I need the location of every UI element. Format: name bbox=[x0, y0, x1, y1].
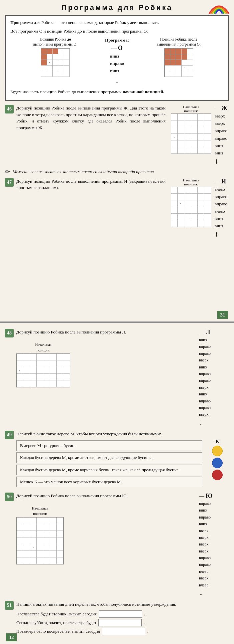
after-label: Позиция Робика послевыполнения программы… bbox=[134, 37, 224, 47]
exercise-46-text: Дорисуй позицию Робика после вы­полнения… bbox=[16, 105, 166, 131]
days-row-1: Послезавтра будет вторник, значит, сегод… bbox=[16, 610, 229, 618]
k-label: К bbox=[216, 439, 219, 444]
bead-red bbox=[212, 470, 223, 480]
demo-row: Позиция Робика довыполнения программы О:… bbox=[10, 37, 224, 86]
exercise-50-section: 50 Дорисуй позицию Робика после выполнен… bbox=[5, 493, 229, 597]
page-1: Программа для Робика Программа для Робик… bbox=[0, 0, 234, 323]
ex47-program: — И влевовправовправовлевовнизвниз ↓ bbox=[215, 178, 227, 239]
days-input-1[interactable] bbox=[99, 610, 142, 618]
ex47-grid bbox=[171, 187, 211, 227]
exercise-51-row: 51 Напиши в окнах названия дней недели т… bbox=[5, 601, 229, 636]
days-row-3: Позавчера было воскресенье, значит, сего… bbox=[16, 628, 229, 635]
arrow-down: ↓ bbox=[115, 76, 119, 86]
ex48-grid bbox=[16, 353, 70, 387]
page-number-31: 31 bbox=[217, 311, 228, 319]
statement-4: Мешок К — это мешок всех корневых бусин … bbox=[16, 477, 202, 487]
note-46-text: Можешь воспользоваться запасным полем со… bbox=[13, 169, 155, 174]
ex47-start-label: Начальнаяпозиция: bbox=[171, 178, 211, 186]
page-number-32: 32 bbox=[6, 633, 17, 641]
exercise-48-content: Дорисуй позицию Робика после выполнения … bbox=[16, 329, 229, 427]
ex48-grid-area: Начальнаяпозиция: bbox=[16, 342, 196, 387]
exercise-49-content: Нарисуй в окне такое дерево М, чтобы все… bbox=[16, 431, 229, 489]
statement-1: В дереве М три уровня бусин. bbox=[16, 440, 202, 451]
bead-yellow bbox=[212, 446, 223, 456]
days-input-3[interactable] bbox=[102, 628, 145, 635]
exercise-47-content: Дорисуй позицию Робика после вы­полнения… bbox=[16, 178, 229, 239]
program-display: Программа: — О внизвправовниз ↓ bbox=[104, 37, 130, 86]
days-punct-1: . bbox=[144, 611, 145, 617]
exercise-46-row: 46 Дорисуй позицию Робика после вы­полне… bbox=[5, 105, 229, 165]
exercise-48-section: 48 Дорисуй позицию Робика после выполнен… bbox=[5, 329, 229, 427]
exercise-47-number: 47 bbox=[5, 178, 14, 187]
exercise-50-number: 50 bbox=[5, 493, 14, 501]
info-line2: Вот программа О и позиции Робика до и по… bbox=[10, 28, 224, 35]
exercise-50-row: 50 Дорисуй позицию Робика после выполнен… bbox=[5, 493, 229, 597]
info-footer: Будем называть позицию Робика до выполне… bbox=[10, 89, 224, 95]
ex50-program: — Ю вправовнизвправовнизвверхвверхвверхв… bbox=[199, 493, 229, 597]
after-grid bbox=[164, 48, 193, 77]
exercise-46-content: Дорисуй позицию Робика после вы­полнения… bbox=[16, 105, 229, 165]
days-label-1: Послезавтра будет вторник, значит, сегод… bbox=[16, 611, 97, 617]
bead-blue bbox=[212, 458, 223, 468]
after-position: Позиция Робика послевыполнения программы… bbox=[134, 37, 224, 77]
exercise-47-row: 47 Дорисуй позицию Робика после вы­полне… bbox=[5, 178, 229, 239]
exercise-49-number: 49 bbox=[5, 431, 14, 439]
exercise-49-section: 49 Нарисуй в окне такое дерево М, чтобы … bbox=[5, 431, 229, 489]
ex48-start-label: Начальнаяпозиция: bbox=[16, 342, 70, 353]
exercise-46-number: 46 bbox=[5, 105, 14, 113]
pencil-icon: ✏ bbox=[5, 168, 10, 175]
before-position: Позиция Робика довыполнения программы О: bbox=[10, 37, 100, 77]
exercise-49-text: Нарисуй в окне такое дерево М, чтобы все… bbox=[16, 431, 229, 437]
ex49-statements: В дереве М три уровня бусин. Каждая буси… bbox=[16, 439, 202, 489]
exercise-48-text: Дорисуй позицию Робика после выполнения … bbox=[16, 329, 196, 387]
rainbow-decoration bbox=[207, 2, 231, 15]
exercise-51-section: 51 Напиши в окнах названия дней недели т… bbox=[5, 601, 229, 636]
ex50-grid bbox=[16, 517, 64, 564]
page-2: 48 Дорисуй позицию Робика после выполнен… bbox=[0, 323, 234, 644]
ex46-program: — Ж вверхвверхвправовправовнизвниз ↓ bbox=[215, 105, 227, 165]
ex46-grid bbox=[171, 113, 211, 154]
ex51-inputs: Послезавтра будет вторник, значит, сегод… bbox=[16, 610, 229, 635]
days-label-3: Позавчера было воскресенье, значит, сего… bbox=[16, 629, 100, 634]
ex50-start-label: Начальнаяпозиция: bbox=[16, 506, 64, 517]
exercise-51-content: Напиши в окнах названия дней недели так,… bbox=[16, 601, 229, 636]
program-letter-o: О bbox=[118, 44, 123, 53]
ex48-program: — Л внизвправовправовверхвнизвправовправ… bbox=[199, 329, 229, 427]
ex49-main: В дереве М три уровня бусин. Каждая буси… bbox=[16, 439, 229, 489]
ex50-grid-area: Начальнаяпозиция: bbox=[16, 506, 196, 564]
days-punct-3: . bbox=[147, 629, 148, 634]
statement-3: Каждая бусина дерева М, кроме корневых б… bbox=[16, 465, 202, 475]
note-46: ✏ Можешь воспользоваться запасным полем … bbox=[5, 168, 229, 175]
beads-display bbox=[212, 446, 223, 480]
exercise-48-number: 48 bbox=[5, 329, 14, 337]
days-label-2: Сегодня суббота, значит, послезавтра буд… bbox=[16, 620, 96, 625]
before-grid bbox=[41, 48, 70, 77]
exercise-51-number: 51 bbox=[5, 601, 14, 610]
exercise-49-row: 49 Нарисуй в окне такое дерево М, чтобы … bbox=[5, 431, 229, 489]
page-title: Программа для Робика bbox=[5, 3, 229, 12]
days-row-2: Сегодня суббота, значит, послезавтра буд… bbox=[16, 619, 229, 626]
before-label: Позиция Робика довыполнения программы О: bbox=[10, 37, 100, 47]
info-box: Программа для Робика — это цепочка коман… bbox=[5, 15, 229, 101]
exercise-50-text: Дорисуй позицию Робика после выполнения … bbox=[16, 493, 196, 564]
exercise-51-text: Напиши в окнах названия дней недели так,… bbox=[16, 601, 229, 608]
ex49-beads-panel: К bbox=[206, 439, 229, 489]
days-input-2[interactable] bbox=[98, 619, 142, 626]
info-line1: Программа для Робика — это цепочка коман… bbox=[10, 19, 224, 26]
program-label: Программа: bbox=[105, 37, 129, 44]
exercise-47-text: Дорисуй позицию Робика после вы­полнения… bbox=[16, 178, 166, 191]
ex46-start-label: Начальнаяпозиция: bbox=[171, 105, 211, 113]
exercise-50-content: Дорисуй позицию Робика после выполнения … bbox=[16, 493, 229, 597]
statement-2: Каждая бусина дерева М, кроме листьев, и… bbox=[16, 452, 202, 463]
exercise-48-row: 48 Дорисуй позицию Робика после выполнен… bbox=[5, 329, 229, 427]
program-commands-o: внизвправовниз bbox=[110, 53, 124, 75]
days-punct-2: . bbox=[144, 620, 145, 625]
